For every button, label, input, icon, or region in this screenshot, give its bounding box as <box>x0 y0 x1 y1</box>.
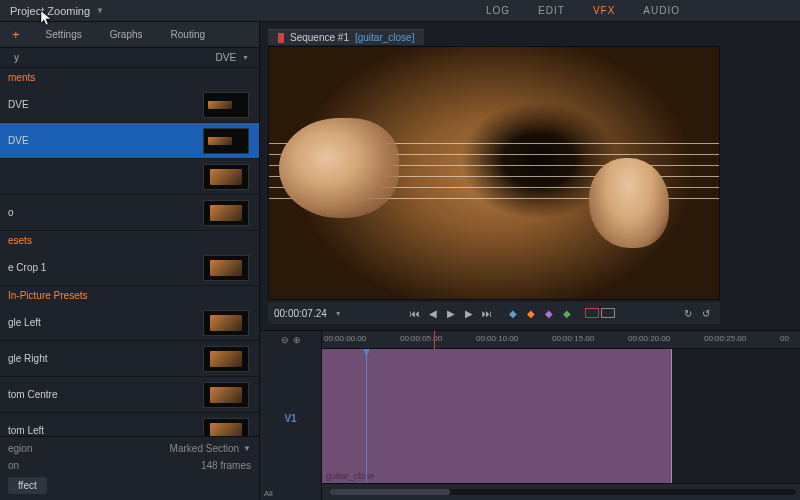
marker-button[interactable]: ◆ <box>541 305 557 321</box>
tab-vfx[interactable]: VFX <box>593 5 615 16</box>
record-marker-icon <box>278 33 284 43</box>
ruler-tick: 00:00:15.00 <box>552 334 594 343</box>
panel-footer: egion Marked Section ▼ on 148 frames ffe… <box>0 436 259 500</box>
ruler-tick: 00:00:05.00 <box>400 334 442 343</box>
effect-thumb <box>203 310 249 336</box>
play-button[interactable]: ▶ <box>443 305 459 321</box>
main-tabs: LOG EDIT VFX AUDIO <box>486 5 680 16</box>
loop-button[interactable]: ↻ <box>680 305 696 321</box>
sequence-tabs: Sequence #1 [guitar_close] <box>268 28 792 46</box>
overlay-toggle[interactable] <box>585 308 599 318</box>
zoom-tools[interactable]: ⊖ ⊕ <box>260 331 321 349</box>
time-ruler[interactable]: 00:00:00.00 00:00:05.00 00:00:10.00 00:0… <box>322 331 800 349</box>
chevron-down-icon: ▼ <box>96 6 104 15</box>
section-presets: esets <box>0 231 259 250</box>
effect-name: DVE <box>0 99 203 110</box>
timeline: ⊖ ⊕ V1 All 00:00:00.00 00:00:05.00 00:00… <box>260 330 800 500</box>
effect-name: tom Left <box>0 425 203 436</box>
track-label[interactable]: V1 <box>260 349 321 487</box>
fullscreen-button[interactable]: ↺ <box>698 305 714 321</box>
effect-row[interactable]: tom Left <box>0 413 259 436</box>
category-selector[interactable]: y DVE ▼ <box>0 48 259 68</box>
section-elements: ments <box>0 68 259 87</box>
ruler-tick: 00:00:25.00 <box>704 334 746 343</box>
out-marker[interactable] <box>434 331 435 349</box>
step-back-button[interactable]: ◀ <box>425 305 441 321</box>
chevron-down-icon[interactable]: ▼ <box>335 310 342 317</box>
tab-audio[interactable]: AUDIO <box>643 5 680 16</box>
section-pip: In-Picture Presets <box>0 286 259 305</box>
step-fwd-button[interactable]: ▶ <box>461 305 477 321</box>
video-track[interactable]: guitar_close <box>322 349 800 484</box>
zoom-out-icon[interactable]: ⊖ <box>281 335 289 345</box>
goto-end-button[interactable]: ⏭ <box>479 305 495 321</box>
effect-row[interactable]: DVE <box>0 87 259 123</box>
chevron-down-icon: ▼ <box>243 444 251 453</box>
effect-row[interactable]: gle Left <box>0 305 259 341</box>
tab-log[interactable]: LOG <box>486 5 510 16</box>
effects-panel: + Settings Graphs Routing y DVE ▼ ments … <box>0 22 260 500</box>
zoom-in-icon[interactable]: ⊕ <box>293 335 301 345</box>
playhead[interactable] <box>366 349 367 483</box>
viewer-area: Sequence #1 [guitar_close] 00:00:07.24 ▼… <box>260 22 800 324</box>
effect-name: tom Centre <box>0 389 203 400</box>
add-tab[interactable]: + <box>0 22 32 48</box>
clip-label: guitar_close <box>326 471 375 481</box>
effect-row[interactable]: tom Centre <box>0 377 259 413</box>
effect-thumb <box>203 382 249 408</box>
cue-button[interactable]: ◆ <box>559 305 575 321</box>
ruler-tick: 00:00:00.00 <box>324 334 366 343</box>
all-tracks[interactable]: All <box>264 489 317 498</box>
effect-thumb <box>203 418 249 437</box>
apply-effect-button[interactable]: ffect <box>8 477 47 494</box>
effect-name: gle Left <box>0 317 203 328</box>
effects-list: ments DVE DVE o esets e C <box>0 68 259 436</box>
timeline-footer <box>322 484 800 500</box>
sequence-name: Sequence #1 <box>290 32 349 43</box>
project-title: Project Zooming <box>10 5 90 17</box>
timeline-scrollbar[interactable] <box>330 489 796 495</box>
effect-thumb <box>203 92 249 118</box>
tab-edit[interactable]: EDIT <box>538 5 565 16</box>
ruler-tick: 00:00:20.00 <box>628 334 670 343</box>
mark-in-button[interactable]: ◆ <box>505 305 521 321</box>
effect-thumb <box>203 200 249 226</box>
clip-ref: [guitar_close] <box>355 32 414 43</box>
effect-row[interactable]: DVE <box>0 123 259 159</box>
transport-bar: 00:00:07.24 ▼ ⏮ ◀ ▶ ▶ ⏭ ◆ ◆ ◆ ◆ ↻ ↺ <box>268 302 720 324</box>
timeline-tracks: 00:00:00.00 00:00:05.00 00:00:10.00 00:0… <box>322 331 800 500</box>
right-area: Sequence #1 [guitar_close] 00:00:07.24 ▼… <box>260 22 800 500</box>
tab-settings[interactable]: Settings <box>32 22 96 48</box>
video-viewer[interactable] <box>268 46 720 300</box>
effect-thumb <box>203 346 249 372</box>
goto-start-button[interactable]: ⏮ <box>407 305 423 321</box>
video-frame <box>269 47 719 299</box>
effect-row[interactable]: o <box>0 195 259 231</box>
tab-graphs[interactable]: Graphs <box>96 22 157 48</box>
effect-row[interactable] <box>0 159 259 195</box>
frame-count: 148 frames <box>201 460 251 471</box>
safe-area-toggle[interactable] <box>601 308 615 318</box>
timeline-clip[interactable]: guitar_close <box>322 349 672 483</box>
ruler-tick: 00 <box>780 334 789 343</box>
effect-thumb <box>203 128 249 154</box>
marked-section[interactable]: Marked Section <box>170 443 239 454</box>
ruler-tick: 00:00:10.00 <box>476 334 518 343</box>
effect-name: o <box>0 207 203 218</box>
tab-routing[interactable]: Routing <box>157 22 219 48</box>
sequence-tab[interactable]: Sequence #1 [guitar_close] <box>268 29 424 45</box>
effect-thumb <box>203 164 249 190</box>
timecode: 00:00:07.24 <box>274 308 327 319</box>
effect-name: e Crop 1 <box>0 262 203 273</box>
effect-row[interactable]: e Crop 1 <box>0 250 259 286</box>
top-bar: Project Zooming ▼ LOG EDIT VFX AUDIO <box>0 0 800 22</box>
timeline-left: ⊖ ⊕ V1 All <box>260 331 322 500</box>
effect-row[interactable]: gle Right <box>0 341 259 377</box>
on-label: on <box>8 460 19 471</box>
project-menu[interactable]: Project Zooming ▼ <box>0 5 114 17</box>
effect-name: DVE <box>0 135 203 146</box>
y-label: y <box>14 52 19 63</box>
mark-out-button[interactable]: ◆ <box>523 305 539 321</box>
chevron-down-icon: ▼ <box>242 54 249 61</box>
effect-thumb <box>203 255 249 281</box>
